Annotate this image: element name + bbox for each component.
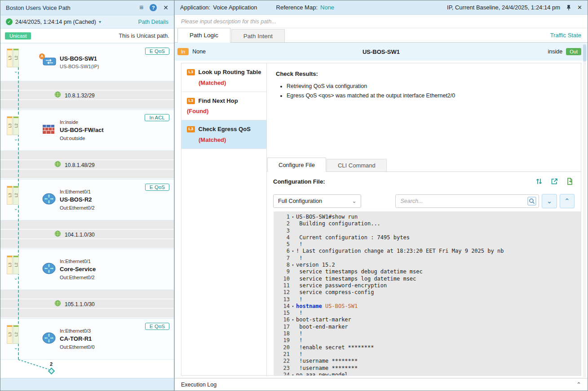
link-row[interactable]: 10.8.1.32/29	[0, 81, 174, 110]
reference-map-value[interactable]: None	[320, 4, 334, 11]
line-number: 1	[274, 214, 290, 220]
results-column: Check Results: Retrieving QoS via config…	[267, 63, 581, 375]
cache-timestamp[interactable]: 24/4/2025, 1:24:14 pm (Cached)	[15, 19, 96, 25]
firewall-icon	[42, 123, 55, 137]
collapse-chevron-icon[interactable]: ⌄	[12, 69, 19, 73]
line-number: 19	[274, 337, 290, 344]
line-number: 20	[274, 344, 290, 351]
open-in-new-icon[interactable]	[550, 177, 558, 185]
out-interface: Out:Ethernet0/2	[60, 274, 174, 281]
description-input[interactable]	[181, 18, 581, 25]
config-controls: Full Configuration ⌄ ⌄ ⌃	[267, 191, 581, 211]
tab-path-logic[interactable]: Path Logic	[177, 28, 230, 43]
config-code-view[interactable]: 1▾US-BOS-SW1#show run2 Building configur…	[274, 211, 581, 375]
menu-icon[interactable]: ≡	[139, 4, 143, 11]
path-details-link[interactable]: Path Details	[138, 19, 168, 25]
fold-marker-icon[interactable]: ▾	[290, 303, 296, 310]
link-row[interactable]: 104.1.1.0/30	[0, 220, 174, 249]
timestamp-dropdown-icon[interactable]: ▾	[99, 19, 101, 24]
qos-badge[interactable]: E QoS	[145, 184, 169, 191]
l2-tab[interactable]: L2	[13, 48, 19, 67]
l3-tab[interactable]: L3	[7, 255, 13, 274]
find-next-button[interactable]: ⌄	[542, 194, 557, 208]
device-subtitle: US-BOS-SW1(IP)	[60, 63, 174, 70]
globe-icon	[54, 161, 61, 169]
device-row[interactable]: L3L2⌄In:Ethernet0/1Core-ServiceOut:Ether…	[0, 249, 174, 290]
path-step[interactable]: L3Find Next Hop(Found)	[181, 92, 266, 120]
l2-tab[interactable]: L2	[13, 116, 19, 135]
tab-configure-file[interactable]: Configure File	[267, 158, 326, 172]
device-name[interactable]: CA-TOR-R1	[60, 334, 174, 343]
line-number: 6	[274, 248, 290, 255]
link-row[interactable]: 10.8.1.48/29	[0, 151, 174, 179]
l2-tab[interactable]: L2	[13, 325, 19, 344]
scrollbar-thumb[interactable]	[583, 44, 586, 62]
device-row[interactable]: L3L2⌄In:Ethernet0/3CA-TOR-R1Out:Ethernet…	[0, 318, 174, 360]
application-value[interactable]: Voice Application	[213, 4, 257, 11]
execution-log-bar[interactable]: Execution Log ⌃	[175, 378, 588, 391]
step-label: Check Egress QoS	[199, 126, 251, 132]
config-scope-select[interactable]: Full Configuration ⌄	[273, 194, 361, 208]
application-bar: Application: Voice Application Reference…	[175, 0, 588, 15]
layer-tabs[interactable]: L3L2⌄	[7, 48, 19, 73]
device-name[interactable]: US-BOS-R2	[60, 195, 174, 204]
export-file-icon[interactable]	[566, 177, 574, 185]
find-prev-button[interactable]: ⌃	[560, 194, 575, 208]
collapse-chevron-icon[interactable]: ⌄	[12, 206, 19, 211]
config-tabs: Configure File CLI Command	[267, 158, 581, 172]
vertical-scrollbar[interactable]	[583, 44, 586, 377]
pin-icon[interactable]	[566, 4, 572, 11]
fold-marker-icon[interactable]: ▾	[290, 316, 296, 323]
fold-marker-icon[interactable]: ▾	[290, 372, 296, 375]
device-row[interactable]: L3L2⌄In:Ethernet0/1US-BOS-R2Out:Ethernet…	[0, 179, 174, 220]
endpoint-node[interactable]: 2	[45, 361, 57, 373]
search-icon[interactable]	[527, 197, 536, 206]
layer-tabs[interactable]: L3L2⌄	[7, 116, 19, 141]
router-icon	[42, 193, 56, 207]
fold-marker-icon[interactable]: ▾	[290, 214, 296, 220]
device-name[interactable]: US-BOS-SW1	[60, 54, 174, 63]
code-line: 4 Current configuration : 7495 bytes	[274, 234, 581, 241]
qos-badge[interactable]: E QoS	[145, 323, 169, 330]
qos-badge[interactable]: In ACL	[145, 114, 169, 121]
line-number: 18	[274, 330, 290, 337]
config-search-input[interactable]	[400, 198, 527, 204]
fold-marker-icon[interactable]: ▾	[290, 262, 296, 268]
collapse-icon[interactable]: ⌃	[576, 381, 581, 388]
endpoint-row: 2	[0, 360, 174, 378]
line-number: 5	[274, 241, 290, 248]
device-name[interactable]: US-BOS-FW/act	[60, 126, 174, 135]
device-row[interactable]: L3L2⌄AUS-BOS-SW1US-BOS-SW1(IP)E QoS	[0, 43, 174, 81]
device-name[interactable]: Core-Service	[60, 265, 174, 274]
tab-cli-command[interactable]: CLI Command	[327, 159, 387, 171]
l2-tab[interactable]: L2	[13, 255, 19, 274]
collapse-chevron-icon[interactable]: ⌄	[12, 345, 19, 350]
close-panel-icon[interactable]: ✕	[577, 4, 582, 11]
layer-tabs[interactable]: L3L2⌄	[7, 325, 19, 350]
path-step[interactable]: L3Check Egress QoS(Matched)	[181, 120, 266, 149]
compare-icon[interactable]	[535, 177, 543, 185]
traffic-state-link[interactable]: Traffic State	[550, 32, 581, 39]
path-titlebar: Boston Users Voice Path ≡ ? ✕	[0, 0, 174, 15]
path-step[interactable]: L3Look up Routing Table(Matched)	[181, 63, 266, 92]
layer-tabs[interactable]: L3L2⌄	[7, 186, 19, 211]
line-number: 12	[274, 289, 290, 296]
l3-tab[interactable]: L3	[7, 48, 13, 67]
collapse-chevron-icon[interactable]: ⌄	[12, 136, 19, 141]
tab-path-intent[interactable]: Path Intent	[231, 29, 285, 42]
fold-marker-icon[interactable]: ▾	[290, 248, 296, 255]
link-subnet: 10.8.1.48/29	[65, 162, 95, 168]
help-icon[interactable]: ?	[150, 4, 157, 11]
l3-tab[interactable]: L3	[7, 186, 13, 205]
link-row[interactable]: 105.1.1.0/30	[0, 290, 174, 318]
l3-tab[interactable]: L3	[7, 325, 13, 344]
l3-tab[interactable]: L3	[7, 116, 13, 135]
collapse-chevron-icon[interactable]: ⌄	[12, 276, 19, 280]
line-number: 11	[274, 282, 290, 289]
close-icon[interactable]: ✕	[163, 4, 168, 11]
qos-badge[interactable]: E QoS	[145, 48, 169, 55]
layer-tabs[interactable]: L3L2⌄	[7, 255, 19, 280]
l2-tab[interactable]: L2	[13, 186, 19, 205]
fold-spacer	[290, 344, 296, 351]
device-row[interactable]: L3L2⌄In:insideUS-BOS-FW/actOut:outsideIn…	[0, 110, 174, 151]
